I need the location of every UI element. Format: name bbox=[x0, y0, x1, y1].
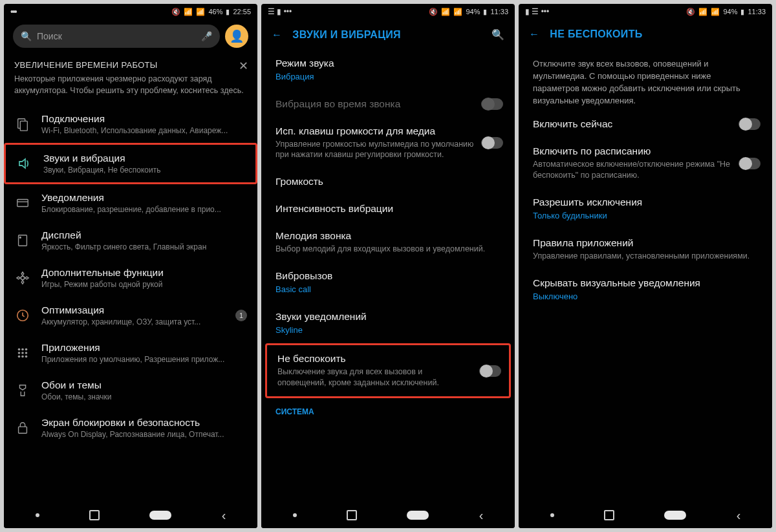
setting-subtitle: Аккумулятор, хранилище, ОЗУ, защита уст.… bbox=[41, 317, 225, 326]
nav-recents-icon[interactable] bbox=[89, 510, 100, 520]
battery-percent: 94% bbox=[723, 8, 737, 16]
item-subtitle: Skyline bbox=[275, 325, 501, 336]
dnd-item-1[interactable]: Включить по расписаниюАвтоматическое вкл… bbox=[519, 138, 772, 189]
svg-point-16 bbox=[25, 356, 28, 358]
nav-back-icon[interactable]: ‹ bbox=[222, 508, 226, 523]
battery-percent: 94% bbox=[466, 8, 480, 16]
microphone-icon[interactable]: 🎤 bbox=[201, 31, 212, 41]
setting-text: ПриложенияПриложения по умолчанию, Разре… bbox=[41, 342, 247, 364]
sound-item-1[interactable]: Вибрация во время звонка bbox=[261, 90, 515, 118]
sound-item-6[interactable]: ВибровызовBasic call bbox=[261, 262, 515, 303]
item-subtitle: Basic call bbox=[275, 284, 501, 295]
setting-item-lock[interactable]: Экран блокировки и безопасностьAlways On… bbox=[4, 409, 257, 447]
settings-main-screen: ••• 🔇 📶 📶 46% ▮ 22:55 🔍 Поиск 🎤 👤 УВЕЛИЧ… bbox=[4, 4, 257, 528]
nav-back-icon[interactable]: ‹ bbox=[737, 508, 741, 523]
toggle-switch[interactable] bbox=[481, 98, 503, 110]
setting-item-maintenance[interactable]: ОптимизацияАккумулятор, хранилище, ОЗУ, … bbox=[4, 297, 257, 334]
banner-text: Некоторые приложения чрезмерно расходуют… bbox=[14, 74, 247, 96]
sound-item-0[interactable]: Режим звукаВибрация bbox=[261, 50, 515, 90]
sound-settings-list[interactable]: Режим звукаВибрацияВибрация во время зво… bbox=[261, 50, 515, 502]
setting-item-apps[interactable]: ПриложенияПриложения по умолчанию, Разре… bbox=[4, 334, 257, 372]
nav-menu-dot[interactable] bbox=[36, 513, 39, 517]
dnd-item-4[interactable]: Скрывать визуальные уведомленияВыключено bbox=[519, 270, 772, 310]
item-title: Звуки уведомлений bbox=[275, 311, 501, 323]
toggle-switch[interactable] bbox=[481, 137, 503, 149]
nav-home-icon[interactable] bbox=[664, 511, 686, 520]
status-bar: ☰ ▮ ••• 🔇 📶 📶 94% ▮ 11:33 bbox=[261, 4, 515, 19]
setting-subtitle: Приложения по умолчанию, Разрешения прил… bbox=[41, 355, 247, 364]
close-icon[interactable]: ✕ bbox=[239, 58, 248, 74]
toggle-switch[interactable] bbox=[738, 118, 760, 130]
page-title: НЕ БЕСПОКОИТЬ bbox=[550, 28, 642, 40]
sound-item-3[interactable]: Громкость bbox=[261, 168, 515, 195]
svg-point-13 bbox=[25, 352, 28, 354]
page-title: ЗВУКИ И ВИБРАЦИЯ bbox=[292, 29, 400, 41]
intro-description: Отключите звук всех вызовов, оповещений … bbox=[519, 49, 772, 111]
svg-point-12 bbox=[21, 352, 24, 354]
banner-title: УВЕЛИЧЕНИЕ ВРЕМЕНИ РАБОТЫ bbox=[14, 59, 247, 71]
setting-title: Обои и темы bbox=[41, 379, 247, 391]
toggle-switch[interactable] bbox=[738, 158, 760, 169]
setting-item-connections[interactable]: ПодключенияWi-Fi, Bluetooth, Использован… bbox=[4, 105, 257, 143]
nav-recents-icon[interactable] bbox=[347, 510, 357, 520]
sound-item-4[interactable]: Интенсивность вибрации bbox=[261, 195, 515, 222]
svg-rect-2 bbox=[17, 200, 28, 207]
svg-point-10 bbox=[25, 348, 28, 351]
item-title: Вибровызов bbox=[275, 270, 501, 282]
setting-item-wallpaper[interactable]: Обои и темыОбои, темы, значки bbox=[4, 372, 257, 409]
setting-title: Звуки и вибрация bbox=[43, 153, 245, 164]
system-section-label: СИСТЕМА bbox=[261, 398, 515, 419]
wifi-icon: 📶 bbox=[698, 8, 707, 16]
item-title: Включить сейчас bbox=[533, 118, 758, 130]
dnd-item-3[interactable]: Правила приложенийУправление правилами, … bbox=[519, 229, 772, 270]
clock: 11:33 bbox=[748, 8, 766, 16]
setting-text: ОптимизацияАккумулятор, хранилище, ОЗУ, … bbox=[41, 304, 225, 326]
signal-icon: 📶 bbox=[453, 8, 462, 16]
settings-list[interactable]: ПодключенияWi-Fi, Bluetooth, Использован… bbox=[4, 105, 257, 502]
dnd-item-2[interactable]: Разрешить исключенияТолько будильники bbox=[519, 189, 772, 229]
setting-item-advanced[interactable]: Дополнительные функцииИгры, Режим работы… bbox=[4, 259, 257, 297]
battery-percent: 46% bbox=[208, 8, 222, 16]
battery-banner[interactable]: УВЕЛИЧЕНИЕ ВРЕМЕНИ РАБОТЫ Некоторые прил… bbox=[4, 53, 257, 105]
item-title: Вибрация во время звонка bbox=[275, 98, 501, 110]
account-avatar[interactable]: 👤 bbox=[225, 25, 248, 48]
dnd-settings-list[interactable]: Включить сейчасВключить по расписаниюАвт… bbox=[519, 111, 772, 502]
svg-point-5 bbox=[19, 237, 21, 239]
item-subtitle: Автоматическое включение/отключение режи… bbox=[533, 159, 733, 181]
sound-item-7[interactable]: Звуки уведомленийSkyline bbox=[261, 303, 515, 344]
back-arrow-icon[interactable]: ← bbox=[272, 29, 282, 41]
advanced-icon bbox=[14, 270, 31, 286]
setting-item-sound[interactable]: Звуки и вибрацияЗвуки, Вибрация, Не бесп… bbox=[4, 143, 257, 184]
signal-icon: 📶 bbox=[711, 8, 720, 16]
sound-item-5[interactable]: Мелодия звонкаВыбор мелодий для входящих… bbox=[261, 222, 515, 262]
nav-menu-dot[interactable] bbox=[550, 513, 554, 517]
toggle-switch[interactable] bbox=[479, 365, 501, 377]
nav-home-icon[interactable] bbox=[149, 511, 171, 520]
nav-home-icon[interactable] bbox=[407, 511, 429, 520]
setting-subtitle: Яркость, Фильтр синего света, Главный эк… bbox=[41, 242, 247, 251]
notifications-icon bbox=[14, 195, 31, 211]
back-arrow-icon[interactable]: ← bbox=[529, 28, 539, 40]
item-title: Громкость bbox=[275, 176, 501, 187]
apps-icon bbox=[14, 345, 31, 361]
setting-item-notifications[interactable]: УведомленияБлокирование, разрешение, доб… bbox=[4, 184, 257, 222]
dnd-item-0[interactable]: Включить сейчас bbox=[519, 111, 772, 138]
sound-item-2[interactable]: Исп. клавиш громкости для медиаУправлени… bbox=[261, 118, 515, 169]
sound-item-8[interactable]: Не беспокоитьВыключение звука для всех в… bbox=[267, 345, 509, 396]
setting-text: Дополнительные функцииИгры, Режим работы… bbox=[41, 267, 247, 289]
setting-subtitle: Обои, темы, значки bbox=[41, 392, 247, 401]
search-input[interactable]: 🔍 Поиск 🎤 bbox=[13, 25, 220, 48]
nav-back-icon[interactable]: ‹ bbox=[479, 508, 484, 523]
nav-menu-dot[interactable] bbox=[293, 513, 297, 517]
setting-title: Экран блокировки и безопасность bbox=[41, 417, 247, 429]
nav-recents-icon[interactable] bbox=[604, 510, 614, 520]
search-icon[interactable]: 🔍 bbox=[491, 28, 504, 41]
navigation-bar: ‹ bbox=[261, 502, 515, 528]
setting-subtitle: Always On Display, Распознавание лица, О… bbox=[41, 430, 247, 439]
navigation-bar: ‹ bbox=[519, 502, 772, 528]
setting-item-display[interactable]: ДисплейЯркость, Фильтр синего света, Гла… bbox=[4, 222, 257, 259]
setting-text: Обои и темыОбои, темы, значки bbox=[41, 379, 247, 401]
item-title: Включить по расписанию bbox=[533, 145, 733, 157]
sounds-vibration-screen: ☰ ▮ ••• 🔇 📶 📶 94% ▮ 11:33 ← ЗВУКИ И ВИБР… bbox=[261, 4, 515, 528]
setting-text: Звуки и вибрацияЗвуки, Вибрация, Не бесп… bbox=[43, 153, 245, 175]
